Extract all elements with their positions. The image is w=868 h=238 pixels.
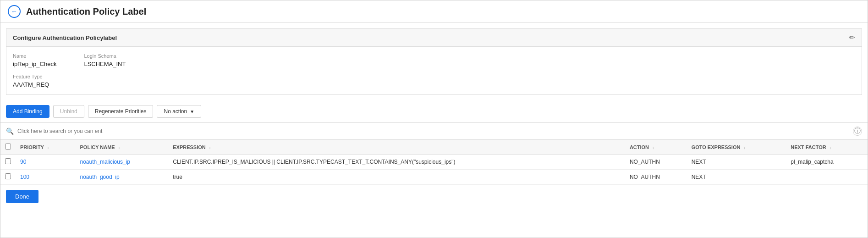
regenerate-priorities-button[interactable]: Regenerate Priorities [88,105,154,118]
search-icon: 🔍 [6,127,14,135]
header-next-factor: NEXT FACTOR ↕ [786,140,868,155]
table-body: 90 noauth_malicious_ip CLIENT.IP.SRC.IPR… [0,155,868,185]
name-field: Name ipRep_ip_Check [13,53,56,67]
page-title: Authentication Policy Label [26,6,146,17]
feature-type-label: Feature Type [13,74,49,79]
row-priority: 100 [16,170,76,185]
row-next-factor: pl_malip_captcha [786,155,868,170]
login-schema-value: LSCHEMA_INT [84,61,126,67]
row-policy-name[interactable]: noauth_malicious_ip [76,155,169,170]
config-section: Configure Authentication Policylabel ✏ N… [6,28,862,95]
row-expression: CLIENT.IP.SRC.IPREP_IS_MALICIOUS || CLIE… [168,155,625,170]
no-action-label: No action [164,108,187,115]
row-checkbox-col [0,170,16,185]
row-action: NO_AUTHN [625,155,687,170]
row-priority: 90 [16,155,76,170]
unbind-button[interactable]: Unbind [53,105,84,118]
table-row: 90 noauth_malicious_ip CLIENT.IP.SRC.IPR… [0,155,868,170]
table-row: 100 noauth_good_ip true NO_AUTHN NEXT [0,170,868,185]
table-header-row: PRIORITY ↕ POLICY NAME ↕ EXPRESSION ↕ AC… [0,140,868,155]
expression-sort-icon[interactable]: ↕ [209,145,211,150]
search-input[interactable] [17,128,137,134]
config-row-2: Feature Type AAATM_REQ [6,74,862,94]
policy-table: PRIORITY ↕ POLICY NAME ↕ EXPRESSION ↕ AC… [0,140,868,185]
config-header: Configure Authentication Policylabel ✏ [6,29,862,47]
table-wrap: PRIORITY ↕ POLICY NAME ↕ EXPRESSION ↕ AC… [0,140,868,185]
row-next-factor [786,170,868,185]
next-factor-sort-icon[interactable]: ↕ [830,145,832,150]
header-goto-expression: GOTO EXPRESSION ↕ [687,140,786,155]
config-body: Name ipRep_ip_Check Login Schema LSCHEMA… [6,47,862,74]
no-action-dropdown[interactable]: No action ▼ [157,105,201,118]
login-schema-field: Login Schema LSCHEMA_INT [84,53,126,67]
header-priority: PRIORITY ↕ [16,140,76,155]
toolbar: Add Binding Unbind Regenerate Priorities… [0,100,868,123]
row-expression: true [168,170,625,185]
row-goto-expression: NEXT [687,170,786,185]
priority-sort-icon[interactable]: ↕ [47,145,49,150]
edit-icon[interactable]: ✏ [849,33,855,42]
header-policy-name: POLICY NAME ↕ [76,140,169,155]
action-sort-icon[interactable]: ↕ [652,145,654,150]
row-policy-name[interactable]: noauth_good_ip [76,170,169,185]
name-label: Name [13,53,56,59]
page-header: ← Authentication Policy Label [0,0,868,23]
header-checkbox-col [0,140,16,155]
add-binding-button[interactable]: Add Binding [6,105,49,118]
row-checkbox-col [0,155,16,170]
done-button[interactable]: Done [6,190,38,203]
policy-name-sort-icon[interactable]: ↕ [118,145,121,150]
header-expression: EXPRESSION ↕ [168,140,625,155]
row-goto-expression: NEXT [687,155,786,170]
page-wrapper: ← Authentication Policy Label Configure … [0,0,868,238]
search-bar: 🔍 ⓘ [0,123,868,140]
login-schema-label: Login Schema [84,53,126,59]
header-action: ACTION ↕ [625,140,687,155]
name-value: ipRep_ip_Check [13,61,56,67]
footer-bar: Done [0,185,868,208]
back-button[interactable]: ← [8,5,21,18]
row-action: NO_AUTHN [625,170,687,185]
goto-sort-icon[interactable]: ↕ [743,145,746,150]
row-checkbox-1[interactable] [5,173,11,179]
feature-type-field: Feature Type AAATM_REQ [13,74,49,88]
select-all-checkbox[interactable] [5,144,11,149]
row-checkbox-0[interactable] [5,158,11,164]
chevron-down-icon: ▼ [190,109,194,114]
config-header-title: Configure Authentication Policylabel [13,34,117,41]
info-icon[interactable]: ⓘ [853,127,862,136]
feature-type-value: AAATM_REQ [13,81,49,88]
